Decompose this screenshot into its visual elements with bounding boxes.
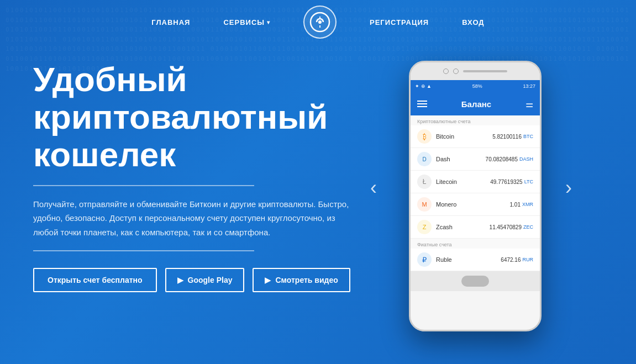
phone-status-bar: ✦ ⊕ ▲ 58% 13:27	[411, 80, 540, 92]
ruble-amount: 6472.16	[501, 257, 521, 263]
phone-bottom-bar	[411, 271, 540, 291]
phone-home-button[interactable]	[461, 276, 489, 287]
table-row: ₽ Ruble 6472.16 RUR	[411, 249, 540, 271]
nav-home[interactable]: ГЛАВНАЯ	[151, 18, 190, 27]
phone-header-title: Баланс	[461, 99, 491, 109]
ruble-currency: RUR	[523, 257, 534, 262]
dash-name: Dash	[436, 156, 486, 162]
status-battery: 58%	[472, 83, 482, 89]
monero-amount: 1.01	[510, 202, 521, 208]
main-content: Удобный криптовалютный кошелек Получайте…	[0, 44, 636, 364]
hero-description: Получайте, отправляйте и обменивайте Бит…	[33, 197, 354, 240]
phone-section: ‹ › ✦ ⊕ ▲ 58% 13:27 Ба	[387, 44, 564, 331]
bitcoin-currency: BTC	[523, 134, 533, 139]
android-icon: ▶	[177, 276, 183, 284]
zcash-currency: ZEC	[523, 224, 533, 230]
divider-top	[33, 185, 254, 186]
dash-currency: DASH	[519, 156, 533, 162]
watch-video-label: Смотреть видео	[275, 276, 338, 284]
button-row: Открыть счет бесплатно ▶ Google Play ▶ С…	[33, 268, 387, 292]
open-account-button[interactable]: Открыть счет бесплатно	[33, 268, 157, 292]
phone-app-header: Баланс ⚌	[411, 92, 540, 115]
crypto-section-label: Криптовалютные счета	[411, 115, 540, 125]
zcash-name: Zcash	[436, 224, 490, 230]
table-row: ₿ Bitcoin 5.82100116 BTC	[411, 125, 540, 148]
table-row: Z Zcash 11.45470829 ZEC	[411, 216, 540, 239]
hero-section: Удобный криптовалютный кошелек Получайте…	[33, 44, 387, 292]
phone-content: Криптовалютные счета ₿ Bitcoin 5.8210011…	[411, 115, 540, 271]
phone-mockup: ✦ ⊕ ▲ 58% 13:27 Баланс ⚌ Криптовалютные …	[409, 61, 542, 331]
logo-icon	[309, 11, 331, 33]
zcash-amount: 11.45470829	[490, 224, 522, 230]
zcash-icon: Z	[417, 220, 432, 234]
nav-login[interactable]: ВХОД	[462, 18, 484, 27]
hamburger-menu[interactable]	[417, 101, 427, 107]
phone-sensor	[453, 68, 459, 74]
status-time: 13:27	[523, 83, 535, 89]
phone-camera	[443, 68, 449, 74]
phone-speaker	[463, 70, 507, 72]
dash-icon: D	[417, 152, 432, 166]
phone-top-bar	[411, 62, 540, 80]
litecoin-currency: LTC	[524, 179, 533, 184]
svg-point-1	[318, 20, 322, 24]
bitcoin-amount: 5.82100116	[492, 134, 522, 140]
status-icons: ✦ ⊕ ▲	[415, 83, 432, 89]
carousel-left-arrow[interactable]: ‹	[370, 176, 377, 199]
bitcoin-name: Bitcoin	[436, 133, 492, 140]
table-row: Ł Litecoin 49.77619325 LTC	[411, 171, 540, 193]
google-play-label: Google Play	[188, 276, 233, 284]
google-play-button[interactable]: ▶ Google Play	[165, 268, 245, 292]
monero-icon: M	[417, 197, 432, 212]
navbar: ГЛАВНАЯ СЕРВИСЫ РЕГИСТРАЦИЯ ВХОД	[0, 0, 636, 44]
watch-video-button[interactable]: ▶ Смотреть видео	[253, 268, 350, 292]
ruble-icon: ₽	[417, 252, 432, 267]
carousel-right-arrow[interactable]: ›	[565, 176, 572, 199]
nav-register[interactable]: РЕГИСТРАЦИЯ	[370, 18, 429, 27]
hero-title: Удобный криптовалютный кошелек	[33, 61, 387, 174]
litecoin-name: Litecoin	[436, 178, 490, 185]
nav-services[interactable]: СЕРВИСЫ	[223, 18, 270, 27]
bitcoin-icon: ₿	[417, 129, 432, 144]
fiat-section-label: Фиатные счета	[411, 239, 540, 249]
table-row: D Dash 70.08208485 DASH	[411, 148, 540, 171]
site-logo[interactable]	[303, 6, 337, 39]
youtube-icon: ▶	[265, 276, 271, 284]
dash-amount: 70.08208485	[486, 156, 518, 162]
table-row: M Monero 1.01 XMR	[411, 193, 540, 216]
monero-name: Monero	[436, 201, 510, 208]
litecoin-icon: Ł	[417, 175, 432, 189]
ruble-name: Ruble	[436, 256, 501, 263]
filter-icon[interactable]: ⚌	[525, 99, 533, 109]
litecoin-amount: 49.77619325	[490, 179, 522, 185]
divider-bottom	[33, 250, 254, 251]
monero-currency: XMR	[522, 202, 533, 207]
